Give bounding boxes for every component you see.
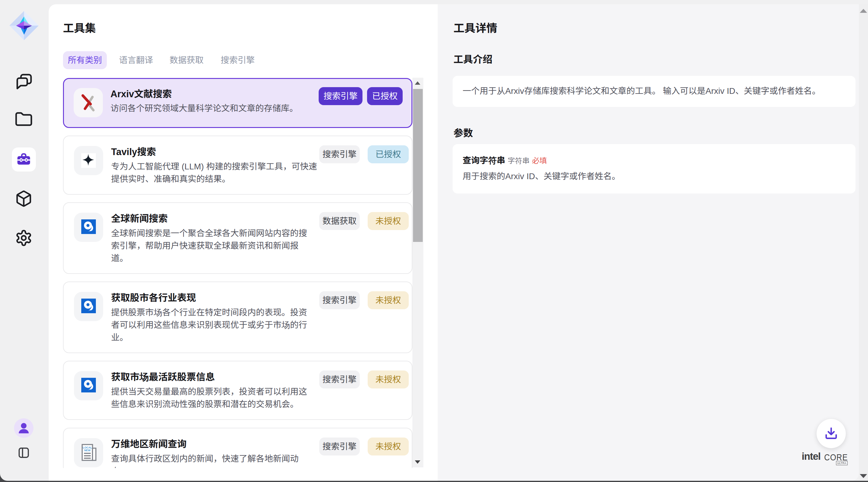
svg-text:NEW: NEW xyxy=(84,449,91,452)
